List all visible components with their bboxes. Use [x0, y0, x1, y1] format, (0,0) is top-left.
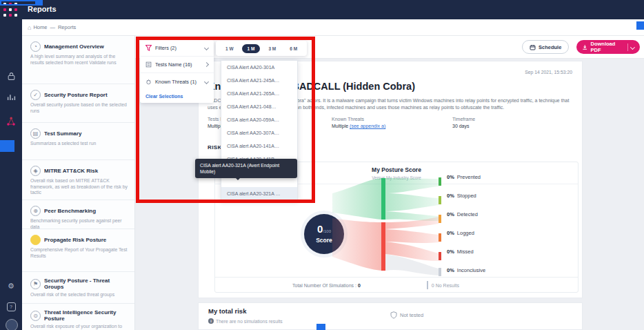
shield-icon	[390, 311, 397, 319]
schedule-button[interactable]: Schedule	[522, 40, 569, 54]
status-logged: 0%Logged	[447, 224, 485, 242]
user-avatar[interactable]	[6, 319, 18, 330]
total-risk-title: My total risk	[208, 307, 246, 315]
meta-timeframe: Timeframe 30 days	[452, 117, 475, 128]
breadcrumb: ⌂ Home — Reports	[22, 19, 644, 36]
reports-sidebar: ◔Management Overview A high level summar…	[22, 36, 135, 330]
annotation-marker	[0, 0, 37, 6]
calendar-icon	[530, 44, 536, 50]
not-tested-badge: Not tested	[390, 311, 423, 319]
app-window: Reports ⚙ ? ⌂ Home — Reports ◔Management…	[0, 0, 644, 330]
sidebar-item-management-overview[interactable]: ◔Management Overview A high level summar…	[22, 36, 134, 84]
annotation-marker	[0, 140, 14, 152]
status-legend: 0%Prevented 0%Stopped 0%Detected 0%Logge…	[447, 168, 485, 280]
status-detected: 0%Detected	[447, 205, 485, 224]
lock-icon[interactable]	[0, 72, 22, 81]
page-title: Reports	[28, 5, 57, 13]
breadcrumb-current: Reports	[58, 24, 76, 30]
annotation-marker	[636, 21, 644, 30]
peer-icon: ⊕	[30, 206, 41, 216]
posture-sankey-chart	[332, 173, 450, 276]
info-icon: i	[208, 318, 214, 324]
sidebar-item-threat-intelligence[interactable]: ⊙Threat Intelligence Security Posture Ov…	[22, 304, 134, 330]
top-bar	[0, 0, 644, 19]
breadcrumb-home[interactable]: Home	[33, 24, 47, 30]
posture-card-footer: Total Number Of Simulations : 0 0 No Res…	[215, 277, 578, 293]
home-icon: ⌂	[28, 24, 31, 31]
sidebar-item-propagate-risk-posture[interactable]: Propagate Risk Posture Comprehensive Rep…	[22, 229, 134, 272]
report-timestamp: Sep 14 2021, 15:53:20	[525, 70, 572, 75]
total-risk-info: i There are no simulations results	[208, 318, 283, 324]
flag-circle-icon: ⚑	[30, 279, 41, 289]
annotation-marker	[316, 324, 325, 330]
sidebar-item-test-summary[interactable]: ▤Test Summary Summarizes a selected test…	[22, 123, 134, 160]
meta-known-threats: Known Threats Multiple (see appendix a)	[332, 117, 385, 128]
propagate-network-icon[interactable]	[0, 116, 22, 126]
sidebar-item-peer-benchmarking[interactable]: ⊕Peer Benchmarking Benchmarking security…	[22, 200, 134, 229]
help-icon[interactable]: ?	[0, 302, 22, 311]
sidebar-item-mitre-attack-risk[interactable]: ◈MITRE ATT&CK Risk Overall risk based on…	[22, 160, 134, 200]
no-results: 0 No Results	[427, 281, 459, 289]
total-risk-card: My total risk i There are no simulations…	[198, 302, 583, 330]
status-stopped: 0%Stopped	[447, 186, 485, 205]
intel-circle-icon: ⊙	[30, 311, 41, 321]
chevron-down-icon	[630, 45, 635, 50]
yellow-dot-icon	[30, 235, 41, 245]
mitre-icon: ◈	[30, 166, 41, 176]
annotation-marker	[35, 0, 43, 6]
button-divider	[627, 43, 628, 51]
gauge-icon: ◔	[30, 41, 41, 52]
status-prevented: 0%Prevented	[447, 168, 485, 186]
total-simulations: Total Number Of Simulations : 0	[292, 283, 361, 288]
sidebar-item-security-posture-report[interactable]: ✓Security Posture Report Overall securit…	[22, 84, 134, 123]
bar-chart-icon[interactable]	[0, 93, 22, 101]
breadcrumb-separator: —	[50, 24, 55, 30]
red-annotation-box	[136, 37, 315, 203]
appendix-link[interactable]: (see appendix a)	[350, 124, 385, 128]
left-nav-rail	[0, 0, 22, 330]
download-pdf-button[interactable]: Download PDF	[576, 40, 640, 54]
document-icon: ▤	[30, 128, 41, 139]
settings-gear-icon[interactable]: ⚙	[0, 282, 22, 291]
sidebar-item-threat-groups[interactable]: ⚑Security Posture - Threat Groups Overal…	[22, 272, 134, 304]
download-icon	[582, 44, 587, 50]
check-circle-icon: ✓	[30, 90, 41, 100]
divider	[427, 281, 428, 289]
status-missed: 0%Missed	[447, 242, 485, 261]
